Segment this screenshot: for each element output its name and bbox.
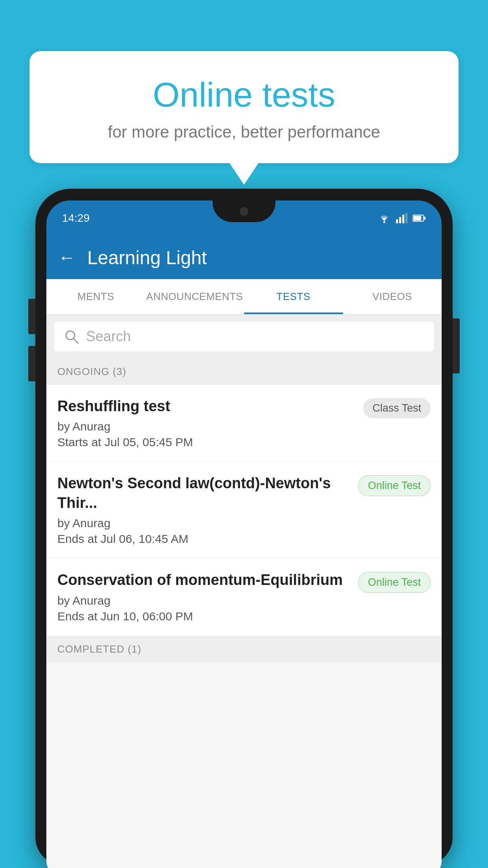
test-item-conservation[interactable]: Conservation of momentum-Equilibrium by … [46, 559, 442, 636]
completed-label: COMPLETED (1) [57, 643, 141, 655]
phone-screen: ← Learning Light MENTS ANNOUNCEMENTS TES… [46, 236, 442, 868]
test-time-reshuffling: Starts at Jul 05, 05:45 PM [57, 436, 355, 449]
test-item-reshuffling[interactable]: Reshuffling test by Anurag Starts at Jul… [46, 385, 442, 462]
test-by-newton: by Anurag [57, 517, 350, 530]
status-icons [377, 213, 426, 223]
test-info-newton: Newton's Second law(contd)-Newton's Thir… [57, 474, 350, 546]
bubble-subtitle: for more practice, better performance [49, 123, 439, 142]
test-badge-newton: Online Test [358, 475, 431, 496]
test-badge-reshuffling: Class Test [363, 398, 431, 418]
test-time-conservation: Ends at Jun 10, 06:00 PM [57, 610, 350, 623]
test-by-conservation: by Anurag [57, 594, 350, 607]
test-name-reshuffling: Reshuffling test [57, 397, 355, 416]
search-icon [64, 329, 79, 344]
test-time-newton: Ends at Jul 06, 10:45 AM [57, 532, 350, 546]
bubble-title: Online tests [49, 75, 439, 115]
tab-announcements[interactable]: ANNOUNCEMENTS [145, 279, 244, 314]
completed-section-header: COMPLETED (1) [46, 636, 442, 662]
search-container: Search [46, 314, 442, 359]
phone-outer: 14:29 [35, 189, 453, 865]
test-info-conservation: Conservation of momentum-Equilibrium by … [57, 570, 350, 623]
wifi-icon [377, 213, 391, 223]
test-by-reshuffling: by Anurag [57, 420, 355, 433]
test-name-newton: Newton's Second law(contd)-Newton's Thir… [57, 474, 350, 513]
search-placeholder: Search [86, 328, 131, 345]
svg-rect-2 [399, 217, 401, 223]
ongoing-section-header: ONGOING (3) [46, 359, 442, 385]
svg-line-9 [73, 338, 78, 343]
status-time: 14:29 [62, 212, 90, 224]
tab-videos[interactable]: VIDEOS [343, 279, 442, 314]
power-button[interactable] [453, 318, 460, 373]
tab-tests[interactable]: TESTS [244, 279, 343, 314]
status-bar: 14:29 [46, 200, 442, 236]
tabs-bar: MENTS ANNOUNCEMENTS TESTS VIDEOS [46, 279, 442, 314]
volume-down-button[interactable] [28, 346, 35, 381]
test-name-conservation: Conservation of momentum-Equilibrium [57, 570, 350, 590]
battery-icon [413, 214, 426, 222]
camera-dot [240, 207, 248, 216]
test-badge-conservation: Online Test [358, 572, 431, 593]
phone-wrapper: 14:29 [35, 189, 453, 868]
svg-rect-6 [413, 216, 421, 221]
svg-rect-7 [424, 217, 426, 220]
svg-point-0 [383, 221, 385, 223]
app-title: Learning Light [87, 247, 207, 268]
back-button[interactable]: ← [58, 248, 75, 267]
ongoing-label: ONGOING (3) [57, 366, 127, 377]
svg-rect-3 [402, 215, 404, 223]
app-header: ← Learning Light [46, 236, 442, 279]
svg-rect-1 [396, 219, 398, 223]
test-item-newton[interactable]: Newton's Second law(contd)-Newton's Thir… [46, 462, 442, 559]
svg-rect-4 [405, 213, 407, 223]
tab-ments[interactable]: MENTS [46, 279, 145, 314]
volume-up-button[interactable] [28, 299, 35, 334]
speech-bubble: Online tests for more practice, better p… [29, 51, 459, 163]
search-box[interactable]: Search [54, 322, 434, 351]
signal-icon [396, 213, 408, 223]
phone-notch [213, 200, 275, 222]
test-info-reshuffling: Reshuffling test by Anurag Starts at Jul… [57, 397, 355, 449]
